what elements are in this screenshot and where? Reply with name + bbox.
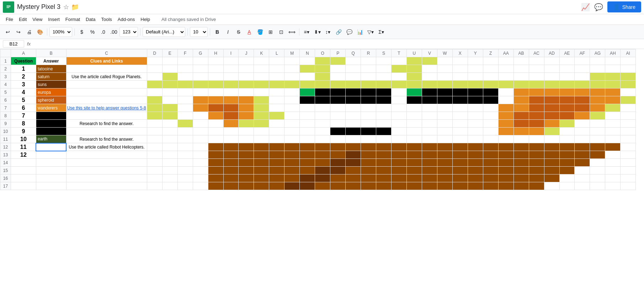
cell-k7[interactable]: [254, 104, 269, 112]
cell-m13[interactable]: [284, 151, 300, 159]
cell-k1[interactable]: [254, 57, 269, 65]
zoom-select[interactable]: 100% 75% 150%: [49, 27, 72, 37]
cell-ab8[interactable]: [513, 112, 529, 120]
cell-l12[interactable]: [269, 143, 284, 151]
cell-aa1[interactable]: [498, 57, 513, 65]
cell-y1[interactable]: [468, 57, 483, 65]
cell-g10[interactable]: [193, 128, 208, 135]
cell-f1[interactable]: [177, 57, 193, 65]
cell-ab6[interactable]: [513, 96, 529, 104]
cell-r15[interactable]: [361, 167, 376, 174]
cell-ad4[interactable]: [544, 81, 559, 88]
cell-ag12[interactable]: [590, 143, 605, 151]
cell-ag13[interactable]: [590, 151, 605, 159]
cell-l2[interactable]: [269, 65, 284, 73]
cell-a8[interactable]: 7: [11, 112, 36, 120]
cell-ab7[interactable]: [513, 104, 529, 112]
cell-q2[interactable]: [346, 65, 361, 73]
cell-x6[interactable]: [452, 96, 468, 104]
cell-t11[interactable]: [392, 135, 407, 143]
cell-h17[interactable]: [208, 182, 223, 190]
cell-m5[interactable]: [284, 88, 300, 96]
cell-f7[interactable]: [177, 104, 193, 112]
chat-icon[interactable]: 💬: [594, 3, 603, 11]
cell-c4[interactable]: [66, 81, 147, 88]
cell-f9[interactable]: [177, 120, 193, 128]
cell-ad10[interactable]: [544, 128, 559, 135]
cell-ae11[interactable]: [559, 135, 575, 143]
cell-g4[interactable]: [193, 81, 208, 88]
cell-i11[interactable]: [223, 135, 239, 143]
cell-n12[interactable]: [300, 143, 315, 151]
cell-w5[interactable]: [437, 88, 452, 96]
cell-w8[interactable]: [437, 112, 452, 120]
cell-p6[interactable]: [330, 96, 346, 104]
cell-ag9[interactable]: [590, 120, 605, 128]
cell-ae7[interactable]: [559, 104, 575, 112]
cell-aa3[interactable]: [498, 73, 513, 81]
cell-d17[interactable]: [147, 182, 162, 190]
cell-aa9[interactable]: [498, 120, 513, 128]
col-header-s[interactable]: S: [376, 49, 392, 57]
cell-aa13[interactable]: [498, 151, 513, 159]
cell-d8[interactable]: [147, 112, 162, 120]
cell-q17[interactable]: [346, 182, 361, 190]
cell-l13[interactable]: [269, 151, 284, 159]
cell-y3[interactable]: [468, 73, 483, 81]
cell-r1[interactable]: [361, 57, 376, 65]
cell-n17[interactable]: [300, 182, 315, 190]
cell-j11[interactable]: [239, 135, 254, 143]
menu-addons[interactable]: Add-ons: [115, 15, 138, 23]
cell-u2[interactable]: [406, 65, 422, 73]
merge-button[interactable]: ⊡: [276, 27, 286, 37]
cell-v10[interactable]: [422, 128, 437, 135]
cell-ad16[interactable]: [544, 174, 559, 182]
cell-w14[interactable]: [437, 159, 452, 167]
cell-b8[interactable]: [36, 112, 66, 120]
cell-i6[interactable]: [223, 96, 239, 104]
cell-s9[interactable]: [376, 120, 392, 128]
cell-m17[interactable]: [284, 182, 300, 190]
cell-af6[interactable]: [575, 96, 590, 104]
cell-v12[interactable]: [422, 143, 437, 151]
cell-k9[interactable]: [254, 120, 269, 128]
cell-ae17[interactable]: [559, 182, 575, 190]
col-header-b[interactable]: B: [36, 49, 66, 57]
cell-v17[interactable]: [422, 182, 437, 190]
cell-w1[interactable]: [437, 57, 452, 65]
cell-ai6[interactable]: [621, 96, 636, 104]
cell-ag4[interactable]: [590, 81, 605, 88]
comment-button[interactable]: 💬: [344, 27, 354, 37]
cell-h13[interactable]: [208, 151, 223, 159]
cell-r16[interactable]: [361, 174, 376, 182]
redo-button[interactable]: ↪: [14, 27, 23, 37]
cell-d14[interactable]: [147, 159, 162, 167]
cell-u12[interactable]: [406, 143, 422, 151]
cell-aa16[interactable]: [498, 174, 513, 182]
cell-m7[interactable]: [284, 104, 300, 112]
cell-ai7[interactable]: [621, 104, 636, 112]
col-header-j[interactable]: J: [239, 49, 254, 57]
cell-f14[interactable]: [177, 159, 193, 167]
cell-l11[interactable]: [269, 135, 284, 143]
cell-k11[interactable]: [254, 135, 269, 143]
cell-ah15[interactable]: [605, 167, 621, 174]
cell-b6[interactable]: spheroid: [36, 96, 66, 104]
cell-f13[interactable]: [177, 151, 193, 159]
cell-k2[interactable]: [254, 65, 269, 73]
cell-e5[interactable]: [162, 88, 177, 96]
cell-r5[interactable]: [361, 88, 376, 96]
cell-l5[interactable]: [269, 88, 284, 96]
star-icon[interactable]: ☆: [63, 3, 69, 11]
cell-z8[interactable]: [483, 112, 498, 120]
cell-g8[interactable]: [193, 112, 208, 120]
cell-c2[interactable]: [66, 65, 147, 73]
cell-u17[interactable]: [406, 182, 422, 190]
cell-ac8[interactable]: [529, 112, 544, 120]
cell-t9[interactable]: [392, 120, 407, 128]
cell-x8[interactable]: [452, 112, 468, 120]
cell-l15[interactable]: [269, 167, 284, 174]
cell-g17[interactable]: [193, 182, 208, 190]
cell-n15[interactable]: [300, 167, 315, 174]
cell-ai5[interactable]: [621, 88, 636, 96]
